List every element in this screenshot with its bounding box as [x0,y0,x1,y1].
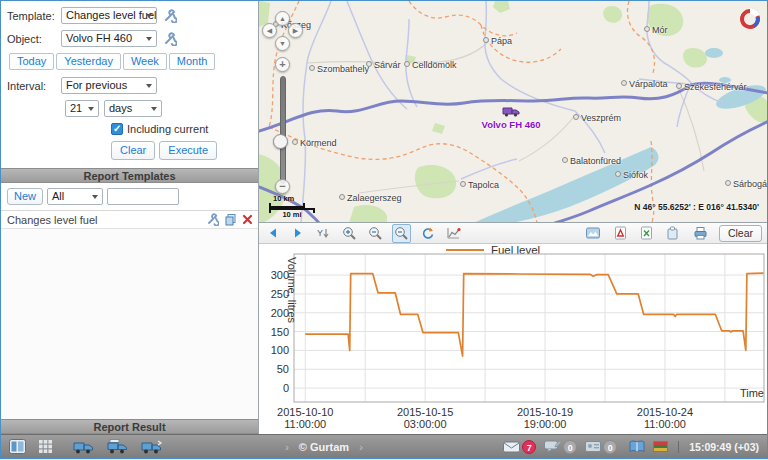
svg-text:Y: Y [317,228,323,238]
object-edit-wrench-icon[interactable] [163,32,177,46]
svg-text:0: 0 [283,382,289,394]
interval-type-value: For previous [66,79,127,91]
period-tabs: Today Yesterday Week Month [9,53,252,70]
interval-unit-select[interactable]: days [104,100,162,117]
chart-zoom-reset-icon[interactable] [392,224,411,243]
including-current-checkbox[interactable] [111,123,123,135]
svg-text:2015-10-2411:00:00: 2015-10-2411:00:00 [637,406,693,430]
tab-yesterday[interactable]: Yesterday [56,53,121,70]
svg-text:100: 100 [271,344,289,356]
report-result-header: Report Result [1,419,258,434]
template-delete-icon[interactable] [242,214,253,225]
svg-text:150: 150 [271,326,289,338]
drivers-button[interactable]: 0 [585,440,617,454]
report-templates-header: Report Templates [1,168,258,183]
template-select-value: Changes level fuel [66,9,157,21]
clock-time: 15:09:49 (+03) [678,441,759,453]
chart-y-autoscale-icon[interactable]: Y [314,224,333,242]
object-label: Object: [7,33,61,45]
chart-export-pdf-icon[interactable] [612,224,629,242]
new-template-button[interactable]: New [7,188,43,205]
chevron-right-icon[interactable]: › [359,441,363,453]
templates-filter-value: All [52,190,64,202]
map-pan-down-button[interactable]: ▼ [275,36,290,51]
apps-grid-icon[interactable] [38,439,53,454]
map-scale: 10 km 10 mi [269,194,315,213]
chart-next-button[interactable] [289,224,307,242]
chart-settings-icon[interactable] [444,224,463,243]
map-pan-right-button[interactable]: ▶ [288,23,303,38]
chart-print-icon[interactable] [691,224,710,242]
chart-refresh-icon[interactable] [418,224,437,243]
locale-flag-icon[interactable] [653,441,668,452]
interval-count-value: 21 [70,102,82,114]
monitoring-truck-icon[interactable] [73,440,95,454]
chart-toolbar: Y Clear [259,223,767,244]
chart-gridlines [294,254,764,402]
templates-search-input[interactable] [107,188,179,205]
help-book-icon[interactable] [629,440,645,453]
interval-count-select[interactable]: 21 [65,100,99,117]
notifications-button[interactable]: 7 [503,440,536,454]
chevron-left-icon[interactable]: › [285,441,289,453]
chart-x-axis-label: Time [740,387,764,399]
right-column: KőszegSzombathelyKörmendZalaegerszegSárv… [259,1,767,434]
interval-type-select[interactable]: For previous [61,77,157,94]
map-zoom-out-button[interactable]: − [275,179,290,194]
envelope-icon [503,441,520,453]
including-current-label: Including current [127,123,208,135]
tab-month[interactable]: Month [169,53,216,70]
template-edit-wrench-icon[interactable] [206,213,219,226]
template-edit-wrench-icon[interactable] [163,9,177,23]
svg-text:50: 50 [277,363,289,375]
chart-copy-icon[interactable] [664,224,682,242]
templates-filter-select[interactable]: All [47,188,103,205]
tab-week[interactable]: Week [123,53,167,70]
clear-button[interactable]: Clear [111,141,155,160]
interval-unit-value: days [109,102,132,114]
layout-panels-icon[interactable] [9,439,26,454]
map-pan-left-button[interactable]: ◀ [262,23,277,38]
app-window: Template: Changes level fuel Object: Vol… [0,0,768,459]
drivers-badge: 0 [603,440,617,454]
messages-button[interactable]: 0 [544,440,577,454]
template-list-item[interactable]: Changes level fuel [1,211,258,229]
object-select[interactable]: Volvo FH 460 [61,30,157,47]
map-zoom-slider-track[interactable] [280,76,286,184]
copyright-label[interactable]: © Gurtam [299,441,349,453]
chat-bubble-icon [544,440,561,453]
chart-prev-button[interactable] [264,224,282,242]
report-form: Template: Changes level fuel Object: Vol… [1,1,258,168]
sensors-truck-icon[interactable] [141,440,163,454]
templates-toolbar: New All [1,183,258,211]
svg-text:2015-10-1503:00:00: 2015-10-1503:00:00 [397,406,453,430]
notifications-badge: 7 [522,440,536,454]
chart-export-image-icon[interactable] [583,224,603,242]
map-zoom-in-button[interactable]: + [275,57,290,72]
chart-zoom-out-icon[interactable] [366,224,385,243]
map-pan-up-button[interactable]: ▲ [275,11,290,26]
messages-badge: 0 [563,440,577,454]
map-scale-mi-label: 10 mi [282,210,301,219]
object-select-value: Volvo FH 460 [66,32,132,44]
map-scale-km-label: 10 km [273,194,315,203]
tab-today[interactable]: Today [9,53,54,70]
template-copy-icon[interactable] [224,213,237,226]
chart-clear-button[interactable]: Clear [719,225,762,242]
chart-panel: Y Clear Fuel level [259,223,767,434]
template-select[interactable]: Changes level fuel [61,7,157,24]
chart-export-excel-icon[interactable] [638,224,655,242]
fuel-level-chart[interactable]: 0501001502002503002015-10-1011:00:002015… [259,244,767,434]
svg-text:2015-10-1919:00:00: 2015-10-1919:00:00 [517,406,573,430]
chart-zoom-in-icon[interactable] [340,224,359,243]
execute-button[interactable]: Execute [159,141,217,160]
chart-y-axis-label: Volume, litres [286,257,298,324]
vehicle-label[interactable]: Volvo FH 460 [482,119,541,130]
tracks-truck-icon[interactable] [107,439,129,454]
template-label: Template: [7,10,61,22]
report-panel: Template: Changes level fuel Object: Vol… [1,1,259,434]
chart-plot-frame [294,254,764,402]
map-scale-mi-bar: 10 mi [269,208,315,213]
map-canvas[interactable]: KőszegSzombathelyKörmendZalaegerszegSárv… [259,1,767,223]
map-zoom-slider-handle[interactable] [273,134,288,149]
